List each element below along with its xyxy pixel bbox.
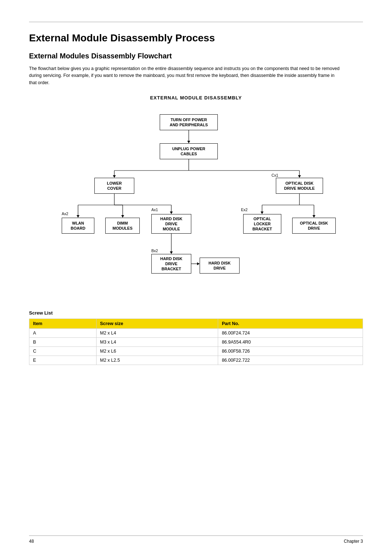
page: External Module Disassembly Process Exte…: [0, 0, 392, 554]
box-hard-disk-drive: HARD DISKDRIVE: [200, 258, 240, 274]
box-dimm-modules: DIMMMODULES: [105, 218, 140, 234]
screw-list-title: Screw List: [29, 310, 363, 316]
cell-screw_size: M2 x L6: [96, 347, 218, 356]
box-turn-off: TURN OFF POWERAND PERIPHERALS: [160, 114, 218, 130]
box-optical-locker-bracket: OPTICALLOCKERBRACKET: [243, 214, 281, 234]
svg-marker-26: [261, 212, 264, 214]
page-title: External Module Disassembly Process: [29, 32, 363, 44]
cell-part_no: 86.00F24.724: [218, 329, 363, 338]
cell-screw_size: M2 x L2.5: [96, 356, 218, 365]
label-ax2: Ax2: [62, 212, 68, 216]
box-optical-disk-drive-module: OPTICAL DISKDRIVE MODULE: [276, 178, 323, 194]
cell-part_no: 86.00F58.726: [218, 347, 363, 356]
flowchart-svg: [40, 107, 352, 296]
cell-item: C: [29, 347, 97, 356]
footer: 48 Chapter 3: [29, 539, 363, 544]
col-screw-size: Screw size: [96, 319, 218, 329]
label-ax1: Ax1: [151, 208, 158, 212]
top-rule: [29, 22, 363, 22]
svg-marker-15: [121, 215, 124, 218]
box-wlan-board: WLANBOARD: [62, 218, 94, 234]
table-row: CM2 x L686.00F58.726: [29, 347, 363, 356]
box-hard-disk-drive-module: HARD DISKDRIVEMODULE: [151, 214, 191, 234]
label-cx1: Cx1: [271, 173, 278, 177]
col-item: Item: [29, 319, 97, 329]
svg-marker-18: [170, 212, 173, 214]
table-row: BM3 x L486.9A554.4R0: [29, 338, 363, 347]
cell-screw_size: M2 x L4: [96, 329, 218, 338]
cell-part_no: 86.9A554.4R0: [218, 338, 363, 347]
intro-text: The flowchart below gives you a graphic …: [29, 65, 341, 86]
box-lower-cover: LOWERCOVER: [94, 178, 134, 194]
cell-part_no: 86.00F22.722: [218, 356, 363, 365]
svg-marker-22: [197, 262, 200, 265]
svg-marker-29: [313, 215, 315, 218]
table-header-row: Item Screw size Part No.: [29, 319, 363, 329]
table-row: EM2 x L2.586.00F22.722: [29, 356, 363, 365]
svg-marker-20: [170, 251, 173, 254]
flowchart-heading: EXTERNAL MODULE DISASSEMBLY: [29, 95, 363, 100]
screw-table: Item Screw size Part No. AM2 x L486.00F2…: [29, 319, 363, 365]
table-row: AM2 x L486.00F24.724: [29, 329, 363, 338]
label-ex2: Ex2: [241, 208, 248, 212]
cell-item: A: [29, 329, 97, 338]
cell-screw_size: M3 x L4: [96, 338, 218, 347]
svg-marker-5: [113, 175, 116, 178]
box-unplug: UNPLUG POWERCABLES: [160, 143, 218, 159]
footer-chapter: Chapter 3: [344, 539, 363, 544]
svg-marker-12: [77, 215, 79, 218]
footer-rule: [29, 535, 363, 536]
cell-item: B: [29, 338, 97, 347]
svg-marker-1: [187, 141, 190, 143]
footer-page: 48: [29, 539, 34, 544]
label-bx2: Bx2: [151, 249, 158, 253]
col-part-no: Part No.: [218, 319, 363, 329]
section-title: External Modules Disassembly Flowchart: [29, 52, 363, 60]
flowchart: TURN OFF POWERAND PERIPHERALS UNPLUG POW…: [40, 107, 352, 296]
box-optical-disk-drive: OPTICAL DISKDRIVE: [292, 218, 336, 234]
box-hard-disk-drive-bracket: HARD DISKDRIVEBRACKET: [151, 254, 191, 274]
svg-marker-8: [298, 175, 301, 178]
cell-item: E: [29, 356, 97, 365]
screw-list-section: Screw List Item Screw size Part No. AM2 …: [29, 310, 363, 365]
